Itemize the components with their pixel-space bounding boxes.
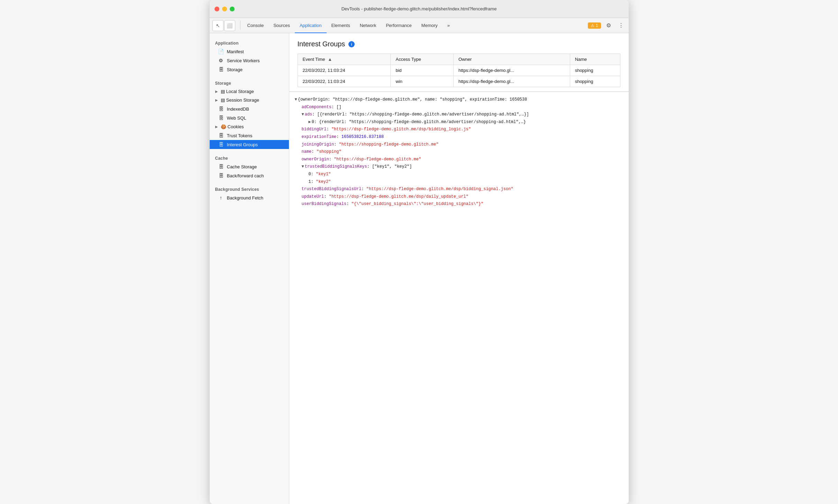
detail-line-7: name: "shopping"	[295, 148, 623, 156]
tab-more[interactable]: »	[443, 18, 455, 33]
sidebar-divider-3	[210, 180, 289, 183]
sidebar-item-indexeddb[interactable]: 🗄 IndexedDB	[210, 104, 289, 113]
table-row[interactable]: 22/03/2022, 11:03:24 win https://dsp-fle…	[298, 76, 620, 87]
key-13: updateUrl	[302, 194, 324, 199]
sidebar-section-application: Application	[210, 37, 289, 47]
sidebar-item-back-forward-cache[interactable]: 🗄 Back/forward cach	[210, 171, 289, 180]
sep-3: :	[314, 120, 319, 124]
window-title: DevTools - publisher-fledge-demo.glitch.…	[341, 6, 497, 11]
info-icon-button[interactable]: i	[348, 41, 355, 47]
val-1: []	[336, 105, 341, 110]
sep-11: :	[311, 179, 316, 184]
key-3: 0	[312, 120, 314, 124]
cursor-icon-btn[interactable]: ↖	[212, 20, 224, 31]
detail-line-2: ▼ads: [{renderUrl: "https://shopping-fle…	[295, 111, 623, 119]
trust-tokens-icon: 🗄	[218, 133, 224, 138]
sep-5: :	[336, 134, 341, 139]
manifest-icon: 📄	[218, 49, 224, 54]
table-header-row: Event Time ▲ Access Type Owner Name	[298, 54, 620, 65]
sidebar-item-cache-storage[interactable]: 🗄 Cache Storage	[210, 162, 289, 171]
tab-sources[interactable]: Sources	[268, 18, 295, 33]
detail-line-14: userBiddingSignals: "{\"user_bidding_sig…	[295, 200, 623, 208]
sidebar-item-web-sql[interactable]: 🗄 Web SQL	[210, 113, 289, 122]
tab-console[interactable]: Console	[243, 18, 269, 33]
sidebar-item-cookies[interactable]: ▶ 🍪 Cookies	[210, 122, 289, 131]
interest-groups-table: Event Time ▲ Access Type Owner Name	[298, 54, 620, 87]
titlebar: DevTools - publisher-fledge-demo.glitch.…	[210, 0, 629, 18]
sep-13: :	[324, 194, 329, 199]
settings-button[interactable]: ⚙	[604, 21, 613, 30]
key-9: trustedBiddingSignalsKeys	[305, 164, 367, 169]
col-event-time[interactable]: Event Time ▲	[298, 54, 391, 65]
cache-storage-icon: 🗄	[218, 164, 224, 169]
service-workers-icon: ⚙	[218, 58, 224, 63]
cell-name-0: shopping	[570, 65, 620, 76]
toolbar-separator	[240, 21, 240, 30]
minimize-button[interactable]	[222, 7, 227, 11]
cell-owner-1: https://dsp-fledge-demo.gl...	[453, 76, 570, 87]
sidebar-item-interest-groups[interactable]: 🗄 Interest Groups	[210, 140, 289, 149]
more-icon: ⋮	[618, 22, 624, 29]
detail-line-0: ▼{ownerOrigin: "https://dsp-fledge-demo.…	[295, 96, 623, 104]
key-1: adComponents	[302, 105, 331, 110]
col-access-type-label: Access Type	[395, 57, 421, 62]
devtools-window: DevTools - publisher-fledge-demo.glitch.…	[210, 0, 629, 504]
close-button[interactable]	[215, 7, 219, 11]
key-8: ownerOrigin	[302, 157, 329, 162]
sidebar-item-manifest[interactable]: 📄 Manifest	[210, 47, 289, 56]
sidebar-item-storage-app[interactable]: 🗄 Storage	[210, 65, 289, 74]
sidebar-item-session-storage[interactable]: ▶ ▤ Session Storage	[210, 96, 289, 104]
col-owner[interactable]: Owner	[453, 54, 570, 65]
sidebar-item-local-storage[interactable]: ▶ ▤ Local Storage	[210, 87, 289, 96]
content-area: Interest Groups i Event Time ▲ Access Ty…	[289, 33, 629, 504]
toolbar-left-icons: ↖ ⬜	[212, 18, 235, 33]
storage-app-icon: 🗄	[218, 67, 224, 72]
sidebar-item-manifest-label: Manifest	[227, 49, 244, 54]
toggle-arrow-0[interactable]: ▼	[295, 97, 297, 102]
local-storage-icon: ▤	[221, 89, 225, 94]
sidebar-item-interest-groups-label: Interest Groups	[227, 142, 258, 147]
col-owner-label: Owner	[458, 57, 472, 62]
tab-network[interactable]: Network	[355, 18, 381, 33]
key-12: trustedBiddingSignalsUrl	[302, 187, 362, 192]
col-event-time-label: Event Time	[303, 57, 325, 62]
inspect-icon-btn[interactable]: ⬜	[224, 20, 235, 31]
chevron-right-cookies: ▶	[215, 125, 219, 129]
sidebar-item-background-fetch[interactable]: ↑ Background Fetch	[210, 193, 289, 202]
content-top: Interest Groups i Event Time ▲ Access Ty…	[289, 33, 629, 92]
toggle-arrow-9[interactable]: ▼	[302, 164, 304, 169]
tab-memory[interactable]: Memory	[417, 18, 443, 33]
more-options-button[interactable]: ⋮	[616, 21, 626, 30]
detail-line-1: adComponents: []	[295, 104, 623, 111]
col-access-type[interactable]: Access Type	[391, 54, 453, 65]
page-title: Interest Groups	[298, 40, 345, 48]
key-2: ads	[305, 112, 312, 117]
tab-performance[interactable]: Performance	[381, 18, 416, 33]
cell-access-type-1: win	[391, 76, 453, 87]
tab-application[interactable]: Application	[295, 18, 327, 33]
sort-arrow-event-time: ▲	[328, 57, 332, 62]
sidebar-item-web-sql-label: Web SQL	[227, 115, 246, 121]
warning-badge[interactable]: ⚠ 1	[588, 22, 601, 29]
sidebar-section-cache: Cache	[210, 152, 289, 162]
col-name[interactable]: Name	[570, 54, 620, 65]
detail-line-9: ▼trustedBiddingSignalsKeys: ["key1", "ke…	[295, 163, 623, 171]
key-14: userBiddingSignals	[302, 202, 347, 206]
sep-14: :	[346, 202, 351, 206]
val-8: "https://dsp-fledge-demo.glitch.me"	[334, 157, 421, 162]
sidebar-item-trust-tokens[interactable]: 🗄 Trust Tokens	[210, 131, 289, 140]
table-row[interactable]: 22/03/2022, 11:03:24 bid https://dsp-fle…	[298, 65, 620, 76]
sidebar-divider-1	[210, 74, 289, 77]
sidebar-item-service-workers[interactable]: ⚙ Service Workers	[210, 56, 289, 65]
toggle-arrow-3[interactable]: ▶	[309, 120, 311, 124]
interest-groups-icon: 🗄	[218, 142, 224, 147]
maximize-button[interactable]	[230, 7, 235, 11]
toggle-arrow-2[interactable]: ▼	[302, 112, 304, 117]
sep-9: :	[367, 164, 372, 169]
tab-elements[interactable]: Elements	[327, 18, 355, 33]
cell-event-time-0: 22/03/2022, 11:03:24	[298, 65, 391, 76]
sidebar-item-indexeddb-label: IndexedDB	[227, 106, 249, 112]
key-6: joiningOrigin	[302, 142, 334, 147]
sep-1: :	[331, 105, 336, 110]
sidebar-item-session-storage-label: Session Storage	[226, 97, 259, 103]
